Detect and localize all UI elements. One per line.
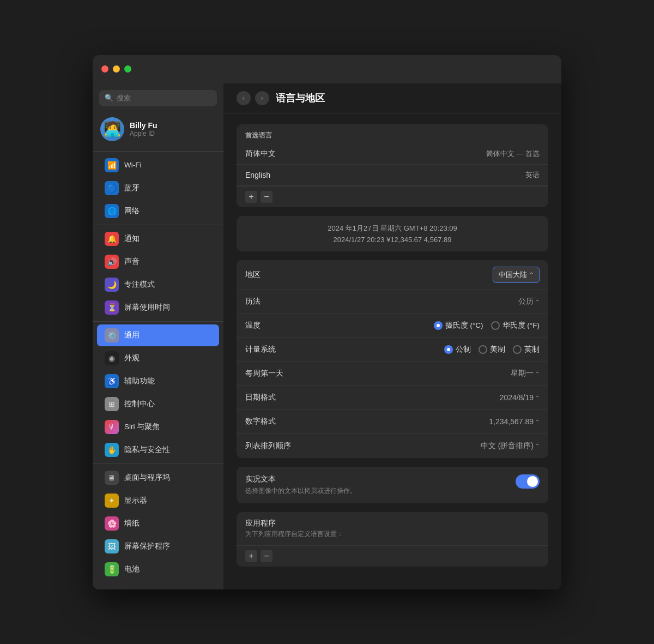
lang-row-en: English 英语 — [237, 165, 548, 186]
apps-title: 应用程序 — [245, 519, 540, 528]
remove-language-button[interactable]: − — [261, 191, 272, 203]
number-format-label: 数字格式 — [245, 417, 276, 426]
sidebar-item-screentime[interactable]: ⏳ 屏幕使用时间 — [97, 297, 219, 318]
sidebar-item-label: Wi-Fi — [124, 161, 141, 169]
maximize-button[interactable] — [124, 65, 131, 73]
sidebar-item-siri[interactable]: 🎙 Siri 与聚焦 — [97, 416, 219, 438]
measure-metric-option[interactable]: 公制 — [444, 345, 471, 354]
close-button[interactable] — [101, 65, 108, 73]
sidebar-item-screensaver[interactable]: 🖼 屏幕保护程序 — [97, 535, 219, 557]
add-app-button[interactable]: + — [245, 550, 257, 562]
settings-card: 地区 中国大陆 ⌃ 历法 公历 ⌃ — [237, 260, 548, 458]
chevron-updown-icon-4: ⌃ — [535, 419, 540, 425]
add-language-button[interactable]: + — [245, 191, 257, 203]
sidebar-item-accessibility[interactable]: ♿ 辅助功能 — [97, 370, 219, 392]
forward-icon: › — [261, 94, 263, 102]
live-text-title: 实况文本 — [245, 474, 516, 484]
sidebar-item-wallpaper[interactable]: 🌸 墙纸 — [97, 513, 219, 534]
titlebar — [93, 55, 561, 83]
region-row: 地区 中国大陆 ⌃ — [237, 260, 548, 290]
sidebar-divider-3 — [93, 321, 223, 322]
sidebar-item-label: 蓝牙 — [124, 183, 140, 193]
measure-metric-radio[interactable] — [444, 345, 453, 354]
content-area: 🔍 搜索 🧑‍💻 Billy Fu Apple ID 📶 Wi-Fi — [93, 83, 561, 589]
apps-section: 应用程序 为下列应用程序自定义语言设置： + − — [237, 512, 548, 567]
sidebar-item-label: 声音 — [124, 257, 140, 267]
sidebar-item-wifi[interactable]: 📶 Wi-Fi — [97, 154, 219, 176]
date-format-row: 日期格式 2024/8/19 ⌃ — [237, 386, 548, 410]
sidebar-item-label: 桌面与程序坞 — [124, 473, 170, 483]
preferred-language-card: 首选语言 简体中文 简体中文 — 首选 English 英语 + − — [237, 124, 548, 207]
sidebar-item-network[interactable]: 🌐 网络 — [97, 200, 219, 222]
search-bar[interactable]: 🔍 搜索 — [99, 90, 217, 106]
lang-value-en: 英语 — [525, 170, 540, 180]
lang-row-zh: 简体中文 简体中文 — 首选 — [237, 143, 548, 165]
sidebar-item-desktop[interactable]: 🖥 桌面与程序坞 — [97, 467, 219, 489]
user-subtitle: Apple ID — [130, 130, 158, 137]
siri-icon: 🎙 — [105, 420, 119, 434]
preview-line1: 2024 年1月27日 星期六 GMT+8 20:23:09 — [328, 224, 457, 233]
live-text-toggle[interactable] — [516, 474, 540, 489]
calendar-label: 历法 — [245, 297, 261, 306]
back-button[interactable]: ‹ — [237, 91, 251, 105]
forward-button[interactable]: › — [255, 91, 269, 105]
user-profile[interactable]: 🧑‍💻 Billy Fu Apple ID — [93, 113, 223, 149]
avatar: 🧑‍💻 — [100, 117, 124, 141]
first-day-dropdown[interactable]: 星期一 ⌃ — [511, 369, 540, 378]
sidebar-divider — [93, 151, 223, 152]
bluetooth-icon: 🔵 — [105, 181, 119, 195]
lang-name-zh: 简体中文 — [245, 149, 276, 159]
remove-app-button[interactable]: − — [261, 550, 272, 562]
sidebar-item-label: 通用 — [124, 330, 140, 340]
temp-celsius-option[interactable]: 摄氏度 (°C) — [434, 321, 483, 330]
live-text-description: 选择图像中的文本以拷贝或进行操作。 — [245, 486, 516, 496]
measure-uk-option[interactable]: 英制 — [513, 345, 540, 354]
sidebar-item-bluetooth[interactable]: 🔵 蓝牙 — [97, 177, 219, 199]
lang-name-en: English — [245, 171, 270, 179]
sidebar-item-label: 墙纸 — [124, 519, 140, 528]
sidebar-item-general[interactable]: ⚙️ 通用 — [97, 324, 219, 346]
sidebar-item-focus[interactable]: 🌙 专注模式 — [97, 274, 219, 296]
screentime-icon: ⏳ — [105, 300, 119, 315]
date-preview-card: 2024 年1月27日 星期六 GMT+8 20:23:09 2024/1/27… — [237, 216, 548, 251]
sidebar-item-label: 屏幕保护程序 — [124, 541, 170, 551]
sidebar-item-display[interactable]: ✦ 显示器 — [97, 490, 219, 511]
temperature-radio-group: 摄氏度 (°C) 华氏度 (°F) — [434, 321, 540, 330]
list-sort-label: 列表排列顺序 — [245, 441, 291, 451]
preferred-lang-header: 首选语言 — [237, 124, 548, 143]
date-format-dropdown[interactable]: 2024/8/19 ⌃ — [500, 393, 540, 402]
sidebar-item-notifications[interactable]: 🔔 通知 — [97, 228, 219, 250]
sidebar-item-privacy[interactable]: ✋ 隐私与安全性 — [97, 439, 219, 461]
temp-celsius-radio[interactable] — [434, 321, 443, 330]
sidebar-item-sound[interactable]: 🔊 声音 — [97, 251, 219, 273]
sidebar-item-label: 隐私与安全性 — [124, 445, 170, 455]
lang-value-zh: 简体中文 — 首选 — [486, 149, 540, 159]
user-name: Billy Fu — [130, 121, 158, 130]
chevron-updown-icon-2: ⌃ — [535, 371, 540, 377]
measure-us-option[interactable]: 美制 — [479, 345, 505, 354]
user-info: Billy Fu Apple ID — [130, 121, 158, 137]
date-format-label: 日期格式 — [245, 393, 276, 402]
region-dropdown[interactable]: 中国大陆 ⌃ — [493, 267, 540, 283]
sidebar-item-battery[interactable]: 🔋 电池 — [97, 558, 219, 580]
minimize-button[interactable] — [113, 65, 120, 73]
temp-fahrenheit-radio[interactable] — [491, 321, 500, 330]
app-controls: + − — [237, 545, 548, 567]
measure-uk-radio[interactable] — [513, 345, 522, 354]
measure-us-radio[interactable] — [479, 345, 487, 354]
measurement-label: 计量系统 — [245, 345, 276, 354]
temp-fahrenheit-option[interactable]: 华氏度 (°F) — [491, 321, 540, 330]
list-sort-dropdown[interactable]: 中文 (拼音排序) ⌃ — [481, 441, 540, 451]
privacy-icon: ✋ — [105, 443, 119, 457]
wifi-icon: 📶 — [105, 158, 119, 172]
sidebar-item-control[interactable]: ⊞ 控制中心 — [97, 393, 219, 415]
number-format-dropdown[interactable]: 1,234,567.89 ⌃ — [489, 417, 540, 426]
live-text-card: 实况文本 选择图像中的文本以拷贝或进行操作。 — [237, 467, 548, 503]
calendar-dropdown[interactable]: 公历 ⌃ — [518, 297, 540, 306]
first-day-label: 每周第一天 — [245, 369, 283, 378]
chevron-updown-icon: ⌃ — [535, 299, 540, 305]
apps-description: 为下列应用程序自定义语言设置： — [245, 529, 540, 539]
sidebar-item-appearance[interactable]: ◉ 外观 — [97, 347, 219, 369]
chevron-down-icon: ⌃ — [529, 272, 534, 278]
sidebar-item-label: 屏幕使用时间 — [124, 303, 170, 312]
